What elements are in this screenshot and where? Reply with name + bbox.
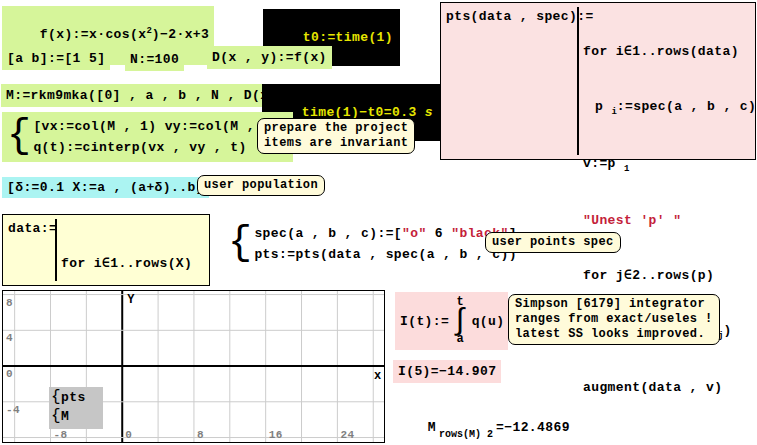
- pts-l3-pre: v:=p: [583, 156, 624, 171]
- pts-line-for-j: for j∈2..rows(p): [583, 265, 756, 286]
- note-population[interactable]: user population: [197, 175, 325, 196]
- legend-brace: {: [51, 407, 61, 425]
- svg-text:24: 24: [340, 429, 354, 441]
- integral-lhs: I(t):=: [400, 313, 449, 330]
- data-program-header: data:=: [8, 220, 57, 237]
- expr-m-element-result[interactable]: Mrows(M) 2=−12.4869: [395, 402, 570, 445]
- expr-f-post: )−2·x+3: [152, 27, 209, 42]
- expr-q-cinterp: q(t):=cinterp(vx , vy , t): [33, 137, 287, 158]
- expr-vx-q-group[interactable]: { [vx:=col(M , 1) vy:=col(M , 2)] q(t):=…: [2, 112, 293, 162]
- expr-time-unit: s: [425, 105, 433, 120]
- legend-item-pts: {pts: [51, 388, 101, 407]
- data-line-for: for i∈1..rows(X): [61, 253, 192, 274]
- expr-n-definition[interactable]: N:=100: [125, 48, 184, 71]
- pts-l2-pre: p: [595, 99, 611, 114]
- legend-label-m: M: [61, 409, 69, 424]
- pts-line-for-i: for i∈1..rows(data): [583, 41, 756, 62]
- pts-line-comment-string: "Unest 'p' ": [583, 210, 756, 231]
- spec-pre: spec(a , b , c):=[: [254, 226, 402, 241]
- expr-f-exponent: 2: [146, 26, 151, 36]
- integral-sign: ∫: [451, 308, 469, 334]
- expr-f-pre: f(x):=x·cos(x: [40, 27, 147, 42]
- xy-plot[interactable]: -8081624840-4Yx {pts {M: [2, 290, 385, 443]
- spec-string-o: "o": [402, 226, 427, 241]
- pts-line-p-spec: p i:=spec(a , b , c): [583, 96, 756, 119]
- spec-pts-lines: spec(a , b , c):=["o" 6 "black"] pts:=pt…: [254, 223, 516, 265]
- pts-program-region[interactable]: pts(data , spec):= for i∈1..rows(data) p…: [440, 2, 756, 160]
- spec-mid: 6: [427, 226, 452, 241]
- pts-l6-post: ): [723, 323, 731, 338]
- data-program-region[interactable]: data:= for i∈1..rows(X) Ω i:=q(X i) augm…: [2, 214, 210, 286]
- note-points-spec[interactable]: user points spec: [485, 232, 621, 253]
- expr-i5-result[interactable]: I(5)=−14.907: [393, 360, 501, 383]
- note-project[interactable]: prepare the project items are invariant: [257, 118, 415, 154]
- integral-sign-column: t ∫ a: [451, 297, 469, 345]
- expr-d-definition[interactable]: D(x , y):=f(x): [207, 46, 332, 69]
- expr-vx-vy: [vx:=col(M , 1) vy:=col(M , 2)]: [33, 116, 287, 137]
- svg-text:0: 0: [6, 368, 13, 380]
- expr-t0-text: t0:=time(1): [303, 30, 393, 45]
- pts-l3-subscript: 1: [624, 164, 629, 174]
- svg-text:0: 0: [125, 429, 132, 441]
- expr-pts-call: pts:=pts(data , spec(a , b , c)): [254, 244, 516, 265]
- legend-item-m: {M: [51, 407, 101, 426]
- svg-text:x: x: [374, 369, 382, 383]
- svg-text:8: 8: [6, 297, 13, 309]
- integral-lower-limit: a: [457, 334, 465, 345]
- expr-spec: spec(a , b , c):=["o" 6 "black"]: [254, 223, 516, 244]
- m-result-subscript: rows(M) 2: [439, 429, 493, 440]
- svg-text:-4: -4: [6, 404, 20, 416]
- m-result-base: M: [428, 420, 436, 435]
- mathcad-worksheet: f(x):=x·cos(x2)−2·x+3 t0:=time(1) pts(da…: [0, 0, 757, 445]
- program-vertical-bar: [55, 219, 57, 281]
- group-brace: {: [7, 115, 31, 159]
- expr-integral-definition[interactable]: I(t):= t ∫ a q(u) d u: [395, 292, 508, 350]
- expr-delta-range[interactable]: [δ:=0.1 X:=a , (a+δ)..b]: [2, 177, 209, 198]
- pts-program-header: pts(data , spec):=: [446, 8, 594, 25]
- pts-line-v-p1: v:=p 1: [583, 153, 756, 176]
- note-simpson[interactable]: Simpson [6179] integrator ranges from ex…: [508, 294, 720, 345]
- svg-text:4: 4: [6, 332, 13, 344]
- legend-label-pts: pts: [61, 390, 86, 405]
- pts-l2-subscript: i: [611, 107, 616, 117]
- expr-ab-definition[interactable]: [a b]:=[1 5]: [2, 47, 110, 70]
- legend-brace: {: [51, 388, 61, 406]
- pts-line-augment: augment(data , v): [583, 377, 756, 398]
- svg-text:16: 16: [269, 429, 283, 441]
- vx-q-lines: [vx:=col(M , 1) vy:=col(M , 2)] q(t):=ci…: [33, 116, 287, 158]
- m-result-value: =−12.4869: [496, 420, 570, 435]
- pts-program-body: for i∈1..rows(data) p i:=spec(a , b , c)…: [583, 7, 756, 432]
- pts-l2-post: :=spec(a , b , c): [617, 99, 756, 114]
- svg-text:8: 8: [197, 429, 204, 441]
- expr-spec-pts-group[interactable]: { spec(a , b , c):=["o" 6 "black"] pts:=…: [228, 222, 517, 266]
- plot-legend[interactable]: {pts {M: [49, 387, 103, 429]
- svg-text:-8: -8: [54, 429, 68, 441]
- svg-text:Y: Y: [127, 293, 135, 307]
- group-brace: {: [228, 222, 252, 266]
- program-vertical-bar: [577, 7, 579, 155]
